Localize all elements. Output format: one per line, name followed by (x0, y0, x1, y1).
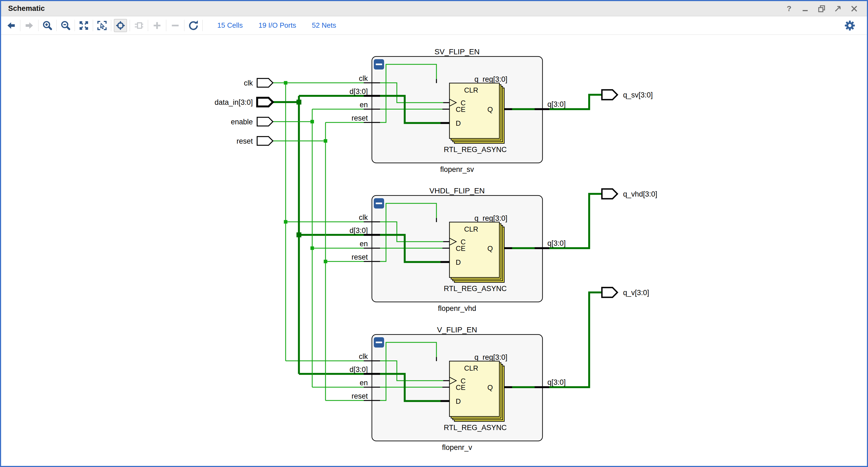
float-button[interactable] (832, 3, 844, 14)
pin-label: clk (359, 213, 368, 222)
pin-label: d[3:0] (349, 227, 368, 235)
settings-gear-button[interactable] (844, 19, 856, 32)
zoom-to-selection-button[interactable] (96, 19, 108, 32)
autofit-selection-button[interactable] (114, 19, 127, 32)
minimize-button[interactable] (800, 3, 811, 14)
reg-label: q_reg[3:0] (474, 214, 507, 222)
schematic-window: clk data_in[3:0] enable reset SV_FLIP_EN… (0, 0, 868, 467)
input-port-clk[interactable] (257, 79, 273, 87)
io-ports-link[interactable]: 19 I/O Ports (258, 21, 296, 30)
output-port-q-sv[interactable] (602, 90, 617, 100)
toolbar-separator (130, 20, 130, 31)
toolbar-separator (111, 20, 111, 31)
junction-dot (297, 100, 301, 105)
restore-icon (817, 4, 826, 13)
junction-dot (284, 81, 287, 85)
net-data-in-bus[interactable] (273, 96, 364, 374)
remove-from-schematic-button[interactable] (169, 19, 182, 32)
ff-pin-ce: CE (456, 244, 465, 253)
back-button[interactable] (5, 19, 18, 32)
nets-link[interactable]: 52 Nets (312, 21, 336, 30)
minus-icon (376, 63, 382, 65)
zoom-out-icon (60, 20, 71, 31)
port-label: data_in[3:0] (215, 98, 253, 107)
add-to-schematic-button[interactable] (151, 19, 163, 32)
pin-label: en (360, 101, 368, 109)
ff-cell[interactable]: CLR C CE D Q (450, 361, 504, 421)
module-flopenr-v: V_FLIP_EN clk d[3:0] en reset (349, 325, 565, 451)
module-title: V_FLIP_EN (437, 325, 477, 334)
pin-label: reset (351, 253, 368, 261)
ff-cell[interactable]: CLR C CE D Q (450, 222, 504, 282)
ff-pin-ce: CE (456, 383, 465, 391)
port-label: q_v[3:0] (623, 289, 649, 297)
pin-label: d[3:0] (349, 366, 368, 374)
ff-pin-d: D (456, 258, 461, 266)
net-q-v[interactable] (549, 292, 602, 387)
ff-pin-q: Q (488, 244, 493, 253)
junction-dot (284, 220, 287, 224)
minus-icon (376, 203, 382, 204)
zoom-out-button[interactable] (59, 19, 72, 32)
input-port-data-in[interactable] (257, 98, 273, 107)
input-port-reset[interactable] (257, 137, 273, 145)
crosshair-icon (115, 20, 126, 31)
out-pin-label: q[3:0] (547, 239, 566, 247)
module-title: VHDL_FLIP_EN (429, 186, 485, 195)
cells-link[interactable]: 15 Cells (217, 21, 243, 30)
reg-label: q_reg[3:0] (474, 353, 507, 361)
window-title: Schematic (8, 4, 45, 13)
output-ports: q_sv[3:0] q_vhd[3:0] q_v[3:0] (602, 90, 657, 297)
port-label: q_vhd[3:0] (623, 190, 657, 198)
module-title: SV_FLIP_EN (435, 48, 480, 56)
port-label: clk (244, 79, 253, 87)
net-reset[interactable] (273, 122, 364, 401)
forward-button[interactable] (23, 19, 35, 32)
help-button[interactable]: ? (783, 3, 795, 14)
toolbar-separator (74, 20, 75, 31)
port-label: reset (237, 137, 253, 145)
ff-pin-d: D (456, 119, 461, 127)
out-pin-label: q[3:0] (547, 378, 566, 386)
ff-pin-q: Q (488, 383, 493, 391)
ff-pin-d: D (456, 397, 461, 405)
junction-dot (297, 232, 301, 237)
schematic-canvas[interactable]: clk data_in[3:0] enable reset SV_FLIP_EN… (2, 35, 868, 467)
forward-arrow-icon (24, 20, 34, 31)
regenerate-layout-button[interactable] (187, 19, 199, 32)
zoom-in-button[interactable] (41, 19, 54, 32)
window-controls: ? (783, 1, 860, 16)
cell-type-label: RTL_REG_ASYNC (444, 146, 507, 154)
junction-dot (324, 260, 328, 263)
ff-pin-ce: CE (456, 105, 465, 114)
cursor-glyph (101, 23, 104, 29)
module-flopenr-sv: SV_FLIP_EN clk d[3:0] en reset (349, 48, 565, 174)
ff-cell[interactable]: CLR C CE D Q (450, 83, 504, 143)
schematic-toolbar: 15 Cells 19 I/O Ports 52 Nets (1, 16, 867, 35)
back-arrow-icon (6, 20, 16, 31)
input-ports: clk data_in[3:0] enable reset (215, 79, 273, 145)
reg-label: q_reg[3:0] (474, 75, 507, 83)
expand-cone-icon (133, 20, 144, 31)
output-port-q-v[interactable] (602, 288, 617, 297)
input-port-enable[interactable] (257, 117, 273, 126)
port-label: q_sv[3:0] (623, 91, 653, 99)
pin-label: reset (351, 392, 368, 400)
net-enable[interactable] (273, 109, 364, 387)
pin-label: clk (359, 75, 368, 83)
toolbar-separator (93, 20, 93, 31)
net-junctions (284, 81, 328, 263)
restore-button[interactable] (816, 3, 827, 14)
junction-dot (324, 139, 328, 143)
zoom-fit-button[interactable] (78, 19, 90, 32)
output-port-q-vhd[interactable] (602, 189, 617, 199)
title-bar[interactable]: Schematic ? (1, 1, 867, 16)
plus-icon (152, 20, 162, 31)
close-button[interactable] (848, 3, 860, 14)
instance-label: flopenr_sv (440, 165, 474, 174)
zoom-fit-icon (79, 20, 89, 31)
minus-icon (170, 20, 181, 31)
pin-label: en (360, 240, 368, 248)
expand-cone-button[interactable] (133, 19, 145, 32)
ff-pin-clr: CLR (464, 364, 478, 372)
